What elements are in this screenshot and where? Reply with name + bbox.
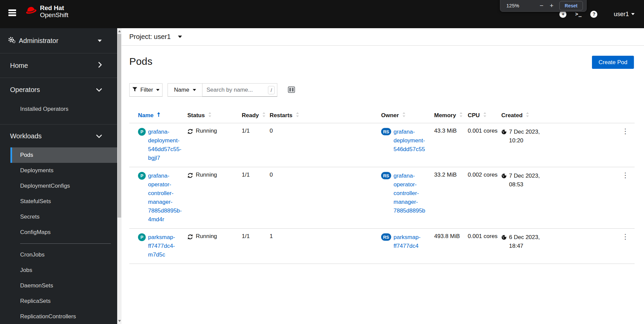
sidebar-item-secrets[interactable]: Secrets [0,209,117,225]
zoom-in-button[interactable]: + [547,2,557,9]
help-button[interactable]: ? [586,11,602,18]
column-header-memory[interactable]: Memory [434,112,456,119]
filter-label: Filter [140,87,153,93]
sidebar-item-operators[interactable]: Operators [0,78,117,101]
project-selector-label: Project: user1 [129,33,171,41]
restarts-value: 0 [270,123,381,167]
globe-timestamp-icon [501,172,507,180]
sidebar-item-installed-operators[interactable]: Installed Operators [0,101,117,117]
create-pod-button[interactable]: Create Pod [592,56,634,69]
owner-link[interactable]: grafana-deployment-546dd57c55 [394,128,434,154]
scroll-up-icon[interactable] [118,30,121,32]
column-header-created[interactable]: Created [501,112,522,119]
sort-ascending-icon[interactable] [157,112,160,119]
chevron-down-icon [178,36,182,38]
brand-line1: Red Hat [40,4,68,11]
column-header-owner[interactable]: Owner [381,112,399,119]
pod-name-link[interactable]: grafana-deployment-546dd57c55-bgjl7 [148,128,187,163]
table-row: P grafana-deployment-546dd57c55-bgjl7 Ru… [129,123,635,167]
zoom-out-button[interactable]: − [537,2,547,9]
brand-line2: OpenShift [40,11,68,18]
sidebar-item-deploymentconfigs[interactable]: DeploymentConfigs [0,178,117,194]
brand-text: Red Hat OpenShift [40,4,68,18]
scrollbar-thumb[interactable] [118,34,121,218]
search-attribute-label: Name [174,87,189,93]
help-icon: ? [590,11,597,18]
nav-section-label: Workloads [10,132,42,140]
perspective-label: Administrator [19,37,58,45]
scroll-down-icon[interactable] [118,320,121,322]
globe-timestamp-icon [501,128,507,136]
sort-icon[interactable] [296,112,299,119]
sidebar-item-cronjobs[interactable]: CronJobs [0,247,117,263]
sidebar-item-statefulsets[interactable]: StatefulSets [0,194,117,209]
sidebar-item-pods[interactable]: Pods [10,147,117,163]
filter-dropdown[interactable]: Filter [129,83,163,97]
sort-icon[interactable] [402,112,406,119]
table-header-row: Name Status Ready Restarts Owner Memory … [129,109,635,123]
perspective-switcher[interactable]: Administrator [0,28,117,53]
sidebar-item-configmaps[interactable]: ConfigMaps [0,225,117,240]
owner-link[interactable]: parksmap-ff7477dc4 [394,233,434,250]
chevron-down-icon [96,132,102,140]
cpu-value: 0.001 cores [468,123,501,167]
main-content: Project: user1 Pods Create Pod Filter Na… [122,28,644,324]
sort-icon[interactable] [262,112,266,119]
memory-value: 493.8 MiB [434,229,468,264]
sidebar-item-replicationcontrollers[interactable]: ReplicationControllers [0,309,117,324]
project-selector[interactable]: Project: user1 [122,28,644,46]
column-header-name[interactable]: Name [138,112,153,119]
memory-value: 33.2 MiB [434,167,468,228]
created-timestamp: 7 Dec 2023, 08:53 [509,172,541,189]
sidebar-item-daemonsets[interactable]: DaemonSets [0,278,117,293]
search-group: Name / [168,83,277,97]
sort-icon[interactable] [459,112,463,119]
chevron-down-icon [98,40,102,42]
search-input[interactable] [202,83,277,97]
sort-icon[interactable] [208,112,212,119]
chevron-down-icon [96,86,102,94]
column-header-status[interactable]: Status [187,112,205,119]
status-text: Running [196,233,217,240]
web-terminal-button[interactable]: >_ [571,11,586,17]
created-timestamp: 6 Dec 2023, 18:47 [509,233,541,250]
kebab-menu-icon[interactable]: ⋮ [619,233,632,240]
chevron-down-icon [156,89,159,91]
pod-badge: P [138,172,146,180]
redhat-fedora-icon [25,4,38,19]
sidebar-scrollbar[interactable] [117,28,122,324]
nav-section-home: Home [0,53,117,78]
sync-running-icon [187,172,193,180]
kebab-menu-icon[interactable]: ⋮ [619,128,632,135]
sidebar-item-home[interactable]: Home [0,53,117,78]
column-header-cpu[interactable]: CPU [468,112,480,119]
owner-link[interactable]: grafana-operator-controller-manager-7885… [394,172,434,215]
sidebar-item-deployments[interactable]: Deployments [0,163,117,178]
sidebar-item-jobs[interactable]: Jobs [0,263,117,278]
cpu-value: 0.001 cores [468,229,501,264]
search-attribute-dropdown[interactable]: Name [168,83,202,97]
kebab-menu-icon[interactable]: ⋮ [619,172,632,179]
pod-badge: P [138,233,146,241]
memory-value: 43.3 MiB [434,123,468,167]
replicaset-badge: RS [381,172,391,179]
sidebar-item-workloads[interactable]: Workloads [0,125,117,147]
column-header-restarts[interactable]: Restarts [270,112,292,119]
nav-divider [20,243,111,244]
sidebar-item-replicasets[interactable]: ReplicaSets [0,293,117,309]
pod-name-link[interactable]: parksmap-ff7477dc4-m7d5c [148,233,187,259]
created-timestamp: 7 Dec 2023, 10:20 [509,128,541,145]
column-header-ready[interactable]: Ready [242,112,259,119]
pod-name-link[interactable]: grafana-operator-controller-manager-7885… [148,172,187,224]
keyboard-shortcut-hint: / [268,86,275,94]
sort-icon[interactable] [526,112,529,119]
menu-toggle-icon[interactable] [8,9,16,16]
chevron-right-icon [98,62,102,70]
page-title: Pods [129,56,635,67]
brand-logo[interactable]: Red Hat OpenShift [25,4,68,19]
zoom-reset-button[interactable]: Reset [559,1,583,10]
manage-columns-button[interactable] [288,86,295,94]
sort-icon[interactable] [483,112,487,119]
columns-icon [288,86,295,93]
user-menu[interactable]: user1 [614,11,635,18]
